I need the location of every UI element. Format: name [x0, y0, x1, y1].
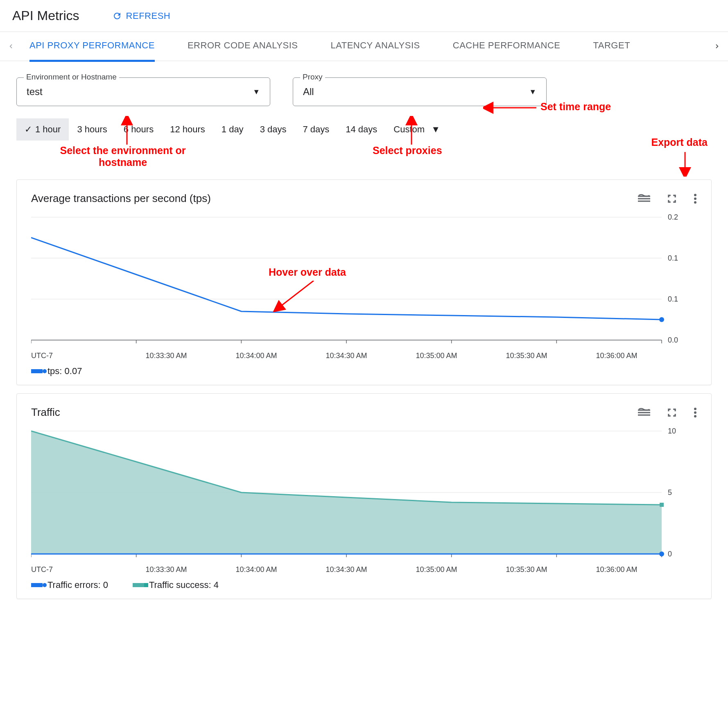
x-tick: 10:35:30 AM: [482, 352, 572, 360]
x-tick: 10:33:30 AM: [121, 565, 211, 574]
svg-point-27: [694, 415, 696, 418]
svg-text:0: 0: [668, 550, 672, 558]
x-tick: 10:34:00 AM: [211, 352, 301, 360]
proxy-value: All: [303, 86, 314, 98]
time-range-1-hour[interactable]: ✓1 hour: [16, 118, 69, 141]
svg-point-24: [659, 317, 664, 322]
annotation-export: Export data: [651, 136, 708, 148]
svg-point-25: [694, 408, 696, 410]
legend-item: Traffic errors: 0: [31, 580, 108, 590]
time-range-1-day[interactable]: 1 day: [213, 118, 252, 141]
svg-text:10: 10: [668, 427, 676, 435]
tab-cache-performance[interactable]: CACHE PERFORMANCE: [453, 31, 561, 62]
environment-select[interactable]: test ▼: [16, 77, 270, 106]
annotation-proxy: Select proxies: [373, 145, 442, 157]
refresh-button[interactable]: REFRESH: [112, 11, 171, 21]
legend-item: Traffic success: 4: [133, 580, 219, 590]
annotation-env: Select the environment or hostname: [53, 145, 192, 168]
svg-text:5: 5: [668, 488, 672, 497]
x-tick: 10:36:00 AM: [572, 565, 662, 574]
time-range-14-days[interactable]: 14 days: [337, 118, 385, 141]
refresh-icon: [112, 11, 122, 21]
chevron-left-icon: [7, 42, 15, 50]
environment-label: Environment or Hostname: [24, 73, 119, 82]
tab-error-code-analysis[interactable]: ERROR CODE ANALYSIS: [188, 31, 298, 62]
svg-point-44: [659, 551, 664, 556]
tab-target[interactable]: TARGET: [593, 31, 631, 62]
timezone-label: UTC-7: [31, 352, 121, 360]
tps-card: Average transactions per second (tps) Ho…: [16, 179, 712, 385]
caret-down-icon: ▼: [253, 88, 260, 96]
x-tick: 10:34:30 AM: [301, 565, 391, 574]
time-range-12-hours[interactable]: 12 hours: [162, 118, 213, 141]
svg-point-4: [694, 194, 696, 196]
fullscreen-icon[interactable]: [667, 193, 677, 204]
svg-text:0.1: 0.1: [668, 295, 678, 303]
x-tick: 10:35:30 AM: [482, 565, 572, 574]
tabs-row: API PROXY PERFORMANCEERROR CODE ANALYSIS…: [0, 32, 728, 61]
fullscreen-icon[interactable]: [667, 407, 677, 418]
environment-field: Environment or Hostname test ▼: [16, 77, 270, 106]
time-range-3-days[interactable]: 3 days: [252, 118, 295, 141]
traffic-card: Traffic 0510 UTC-710:33:30 AM10:34:00 AM…: [16, 393, 712, 599]
tab-latency-analysis[interactable]: LATENCY ANALYSIS: [330, 31, 420, 62]
x-tick: 10:35:00 AM: [391, 565, 482, 574]
proxy-label: Proxy: [300, 73, 325, 82]
svg-line-7: [278, 281, 314, 309]
x-tick: 10:33:30 AM: [121, 352, 211, 360]
more-menu-icon[interactable]: [694, 407, 697, 418]
caret-down-icon: ▼: [529, 88, 536, 96]
tabs-scroll-right[interactable]: [711, 42, 724, 50]
svg-point-6: [694, 201, 696, 204]
refresh-label: REFRESH: [126, 11, 171, 21]
time-range-row: ✓1 hour3 hours6 hours12 hours1 day3 days…: [0, 110, 728, 145]
page-title: API Metrics: [12, 8, 79, 23]
chevron-right-icon: [713, 42, 721, 50]
svg-text:0.2: 0.2: [668, 213, 678, 221]
svg-point-5: [694, 197, 696, 200]
time-range-3-hours[interactable]: 3 hours: [69, 118, 115, 141]
svg-text:0.05: 0.05: [668, 336, 678, 344]
svg-text:0.15: 0.15: [668, 254, 678, 262]
legend-toggle-icon[interactable]: [638, 408, 650, 418]
x-tick: 10:34:30 AM: [301, 352, 391, 360]
tab-api-proxy-performance[interactable]: API PROXY PERFORMANCE: [29, 31, 155, 62]
x-tick: 10:36:00 AM: [572, 352, 662, 360]
traffic-area-chart[interactable]: 0510: [31, 427, 678, 562]
tps-card-title: Average transactions per second (tps): [31, 192, 211, 205]
x-tick: 10:35:00 AM: [391, 352, 482, 360]
timezone-label: UTC-7: [31, 565, 121, 574]
svg-point-26: [694, 411, 696, 414]
time-range-7-days[interactable]: 7 days: [294, 118, 337, 141]
legend-item: tps: 0.07: [31, 366, 82, 377]
more-menu-icon[interactable]: [694, 193, 697, 204]
legend-toggle-icon[interactable]: [638, 194, 650, 204]
traffic-card-title: Traffic: [31, 406, 60, 419]
svg-rect-43: [660, 503, 664, 507]
annotation-time: Set time range: [540, 101, 611, 113]
tabs-scroll-left[interactable]: [4, 42, 17, 50]
x-tick: 10:34:00 AM: [211, 565, 301, 574]
annotation-hover: Hover over data: [269, 266, 346, 278]
tps-line-chart[interactable]: 0.050.10.150.2: [31, 213, 678, 348]
environment-value: test: [27, 86, 43, 98]
